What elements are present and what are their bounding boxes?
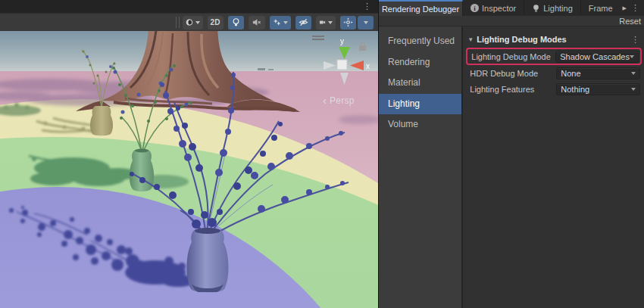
sidebar-item-volume[interactable]: Volume bbox=[379, 114, 461, 135]
gizmo-neg-x-cone[interactable] bbox=[324, 61, 336, 70]
property-row: Lighting Debug Mode Shadow Cascades bbox=[469, 50, 639, 63]
sidebar-item-frequently-used[interactable]: Frequently Used bbox=[379, 31, 461, 52]
lighting-features-dropdown[interactable]: Nothing bbox=[556, 83, 640, 95]
tab-lighting[interactable]: Lighting bbox=[524, 0, 581, 16]
sidebar-item-rendering[interactable]: Rendering bbox=[379, 52, 461, 73]
scene-lighting-button[interactable] bbox=[228, 16, 244, 30]
debugger-toolbar: Reset bbox=[379, 16, 644, 26]
sidebar-item-lighting[interactable]: Lighting bbox=[379, 94, 461, 115]
reset-button[interactable]: Reset bbox=[619, 17, 641, 26]
gizmo-lock-icon[interactable] bbox=[359, 42, 366, 51]
debugger-sidebar: Frequently Used Rendering Material Light… bbox=[379, 26, 461, 308]
video-camera-icon bbox=[319, 17, 326, 27]
kebab-menu-icon[interactable]: ⋮ bbox=[631, 4, 639, 12]
property-row: Lighting Features Nothing bbox=[463, 82, 644, 97]
light-bulb-icon bbox=[231, 17, 241, 27]
persp-label: Persp bbox=[330, 95, 355, 106]
kebab-menu-icon[interactable]: ⋮ bbox=[631, 36, 639, 44]
grass-tuft bbox=[0, 103, 41, 116]
tab-inspector[interactable]: i Inspector bbox=[463, 0, 524, 16]
scene-objects: y x bbox=[0, 31, 378, 308]
horizon-object bbox=[268, 69, 274, 70]
audio-mute-button[interactable] bbox=[249, 16, 266, 30]
move-gizmo-icon bbox=[343, 17, 353, 27]
scene-view-header: ⋮ bbox=[0, 0, 378, 13]
plant-shadow-purple bbox=[9, 206, 195, 287]
light-bulb-icon bbox=[532, 4, 540, 13]
lighting-debug-mode-dropdown[interactable]: Shadow Cascades bbox=[555, 51, 639, 63]
speaker-muted-icon bbox=[252, 17, 261, 27]
gizmo-dropdown-button[interactable] bbox=[358, 16, 374, 30]
gizmo-x-label[interactable]: x bbox=[366, 62, 370, 70]
scene-orientation-gizmo[interactable]: y x bbox=[324, 37, 370, 85]
kebab-menu-icon[interactable]: ⋮ bbox=[363, 2, 371, 11]
effects-stars-icon bbox=[273, 17, 281, 27]
tab-frame-debugger[interactable]: Frame D bbox=[581, 0, 614, 16]
gizmo-neg-y-cone[interactable] bbox=[340, 73, 349, 85]
scene-view-pane: ⋮ 2D bbox=[0, 0, 378, 308]
tab-scroll-arrow-icon[interactable]: ▶ bbox=[623, 5, 627, 11]
scene-viewport[interactable]: y x bbox=[0, 31, 378, 308]
plant-shadow-green bbox=[29, 156, 189, 188]
scene-view-toolbar: 2D bbox=[0, 13, 378, 31]
section-title: Lighting Debug Modes bbox=[477, 35, 631, 44]
highlight-box: Lighting Debug Mode Shadow Cascades bbox=[466, 48, 642, 65]
lighting-debug-panel: ▼ Lighting Debug Modes ⋮ Lighting Debug … bbox=[463, 26, 644, 308]
tab-overflow: ▶ ⋮ bbox=[618, 0, 644, 16]
gizmo-x-axis-cone[interactable] bbox=[350, 61, 364, 70]
chevron-down-icon bbox=[631, 72, 636, 75]
shading-sphere-icon bbox=[186, 17, 193, 27]
eye-hidden-icon bbox=[299, 17, 308, 27]
info-icon: i bbox=[470, 4, 479, 12]
perspective-toggle[interactable]: ‹ Persp bbox=[323, 95, 355, 106]
chevron-down-icon bbox=[630, 55, 634, 58]
horizon-object bbox=[258, 68, 265, 70]
chevron-down-icon bbox=[328, 21, 333, 24]
draw-mode-button[interactable] bbox=[183, 16, 203, 30]
hidden-objects-button[interactable] bbox=[295, 16, 311, 30]
overlay-handle-icon[interactable] bbox=[312, 36, 324, 40]
persp-arrow-icon: ‹ bbox=[323, 95, 327, 106]
gizmo-center-cube[interactable] bbox=[337, 60, 347, 70]
gizmo-y-label[interactable]: y bbox=[340, 37, 344, 45]
property-label: HDR Debug Mode bbox=[470, 69, 556, 78]
hdr-debug-mode-dropdown[interactable]: None bbox=[556, 67, 640, 79]
camera-button[interactable] bbox=[316, 16, 336, 30]
2d-mode-button[interactable]: 2D bbox=[208, 16, 224, 30]
chevron-down-icon bbox=[195, 21, 200, 24]
unity-editor-window: ⋮ 2D bbox=[0, 0, 644, 308]
property-label: Lighting Features bbox=[470, 85, 556, 94]
chevron-down-icon bbox=[283, 21, 288, 24]
component-gizmo-button[interactable] bbox=[340, 16, 356, 30]
property-row: HDR Debug Mode None bbox=[463, 66, 644, 81]
rendering-debugger-pane: Rendering Debugger i Inspector Lighting … bbox=[379, 0, 644, 308]
gizmo-y-axis-cone[interactable] bbox=[339, 47, 350, 59]
effects-button[interactable] bbox=[270, 16, 291, 30]
sidebar-item-material[interactable]: Material bbox=[379, 73, 461, 94]
chevron-down-icon bbox=[364, 21, 368, 24]
drag-handle-icon[interactable] bbox=[176, 17, 180, 28]
tab-bar: Rendering Debugger i Inspector Lighting … bbox=[379, 0, 644, 16]
tab-rendering-debugger[interactable]: Rendering Debugger bbox=[379, 0, 463, 16]
property-label: Lighting Debug Mode bbox=[471, 52, 555, 61]
section-header: ▼ Lighting Debug Modes ⋮ bbox=[463, 33, 644, 46]
foldout-triangle-icon[interactable]: ▼ bbox=[467, 36, 474, 43]
chevron-down-icon bbox=[631, 88, 636, 91]
